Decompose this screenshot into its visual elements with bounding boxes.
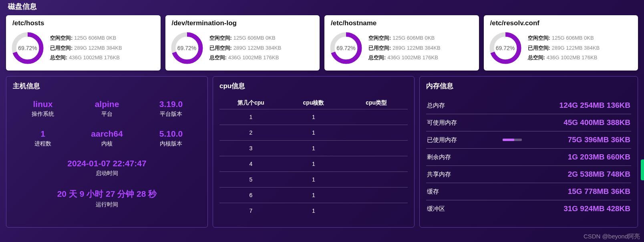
memory-key: 已使用内存 <box>427 136 457 144</box>
host-panel: 主机信息 linux 操作系统alpine 平台3.19.0 平台版本1 进程数… <box>6 76 208 228</box>
memory-value: 2G 538MB 748KB <box>568 170 630 179</box>
host-cell-kernver: 5.10.0 内核版本 <box>141 129 201 147</box>
memory-row: 缓冲区 31G 924MB 428KB <box>426 200 631 217</box>
disk-pct-label: 69.72% <box>329 31 363 65</box>
disk-title: /etc/hostname <box>329 19 474 27</box>
cpu-row[interactable]: 2 1 <box>219 125 408 140</box>
host-label: 内核版本 <box>141 140 201 147</box>
memory-panel-title: 内存信息 <box>426 81 631 91</box>
host-panel-title: 主机信息 <box>13 81 201 91</box>
disk-title: /etc/hosts <box>11 19 156 27</box>
disk-usage-donut: 69.72% <box>11 31 44 65</box>
cpu-panel-title: cpu信息 <box>219 81 408 91</box>
host-label: 运行时间 <box>13 201 201 208</box>
memory-key: 缓冲区 <box>427 205 445 213</box>
host-value: 3.19.0 <box>141 99 201 109</box>
cpu-cell-idx: 1 <box>219 114 282 120</box>
side-tab-handle[interactable] <box>641 159 644 180</box>
cpu-row[interactable]: 5 1 <box>219 171 408 187</box>
cpu-cell-idx: 6 <box>219 192 282 198</box>
cpu-col-idx: 第几个cpu <box>219 99 282 107</box>
disk-card[interactable]: /etc/hostname 69.72% 空闲空间:125G 606MB 0KB… <box>324 15 479 71</box>
cpu-cell-idx: 2 <box>219 129 282 136</box>
memory-key: 缓存 <box>427 188 439 196</box>
host-cell-platver: 3.19.0 平台版本 <box>141 99 201 118</box>
host-value: 2024-01-07 22:47:47 <box>13 159 201 168</box>
host-label: 启动时间 <box>13 170 201 177</box>
cpu-cell-idx: 4 <box>219 161 282 167</box>
disk-card[interactable]: /etc/resolv.conf 69.72% 空闲空间:125G 606MB … <box>484 15 638 71</box>
host-cell-boot: 2024-01-07 22:47:47 启动时间 <box>13 159 201 177</box>
host-value: 20 天 9 小时 27 分钟 28 秒 <box>13 188 201 200</box>
memory-row: 共享内存 2G 538MB 748KB <box>426 166 631 183</box>
disk-stats: 空闲空间:125G 606MB 0KB 已用空间:289G 122MB 384K… <box>368 33 441 63</box>
cpu-cell-type <box>345 114 408 120</box>
host-cell-procs: 1 进程数 <box>13 129 73 147</box>
cpu-cell-cores: 1 <box>282 161 345 167</box>
memory-key: 可使用内存 <box>427 119 457 127</box>
disk-card[interactable]: /dev/termination-log 69.72% 空闲空间:125G 60… <box>165 15 320 71</box>
cpu-cell-idx: 5 <box>219 176 282 183</box>
cpu-cell-cores: 1 <box>282 114 345 120</box>
disk-title: /etc/resolv.conf <box>489 19 634 27</box>
memory-row: 可使用内存 45G 400MB 388KB <box>426 114 631 131</box>
cpu-row[interactable]: 7 1 <box>219 203 408 218</box>
host-label: 平台 <box>77 111 137 118</box>
cpu-cell-idx: 7 <box>219 208 282 214</box>
memory-value: 124G 254MB 136KB <box>559 101 630 110</box>
cpu-cell-cores: 1 <box>282 145 345 151</box>
disk-title: /dev/termination-log <box>170 19 315 27</box>
cpu-cell-cores: 1 <box>282 192 345 198</box>
memory-key: 总内存 <box>427 102 445 109</box>
disk-section-title: 磁盘信息 <box>0 0 644 15</box>
disk-stats: 空闲空间:125G 606MB 0KB 已用空间:289G 122MB 384K… <box>209 33 282 63</box>
host-value: 5.10.0 <box>141 129 201 139</box>
disk-usage-donut: 69.72% <box>170 31 204 65</box>
cpu-cell-type <box>345 129 408 136</box>
cpu-cell-cores: 1 <box>282 176 345 183</box>
watermark: CSDN @beyond阿亮 <box>584 233 640 240</box>
host-label: 操作系统 <box>13 111 73 118</box>
host-label: 进程数 <box>13 140 73 147</box>
disk-stats: 空闲空间:125G 606MB 0KB 已用空间:289G 122MB 384K… <box>528 33 600 63</box>
cpu-cell-idx: 3 <box>219 145 282 151</box>
memory-key: 共享内存 <box>427 171 451 178</box>
cpu-cell-cores: 1 <box>282 208 345 214</box>
memory-row: 总内存 124G 254MB 136KB <box>426 97 631 114</box>
memory-value: 75G 396MB 36KB <box>568 135 630 144</box>
cpu-col-type: cpu类型 <box>345 99 408 107</box>
cpu-cell-type <box>345 192 408 198</box>
disk-stats: 空闲空间:125G 606MB 0KB 已用空间:289G 122MB 384K… <box>50 33 122 63</box>
disk-pct-label: 69.72% <box>11 31 44 65</box>
host-value: alpine <box>77 99 137 109</box>
disk-card[interactable]: /etc/hosts 69.72% 空闲空间:125G 606MB 0KB 已用… <box>6 15 161 71</box>
cpu-row[interactable]: 4 1 <box>219 156 408 171</box>
host-value: linux <box>13 99 73 109</box>
cpu-cell-type <box>345 145 408 151</box>
memory-value: 1G 203MB 660KB <box>568 153 630 161</box>
memory-row: 缓存 15G 778MB 36KB <box>426 183 631 200</box>
memory-row: 已使用内存 75G 396MB 36KB <box>426 131 631 149</box>
cpu-cell-type <box>345 161 408 167</box>
memory-panel: 内存信息 总内存 124G 254MB 136KB可使用内存 45G 400MB… <box>419 76 638 228</box>
disk-pct-label: 69.72% <box>170 31 204 65</box>
memory-value: 31G 924MB 428KB <box>564 204 630 213</box>
host-cell-kernel: aarch64 内核 <box>77 129 137 147</box>
host-value: 1 <box>13 129 73 139</box>
cpu-row[interactable]: 3 1 <box>219 140 408 156</box>
memory-value: 45G 400MB 388KB <box>564 118 630 127</box>
disk-cards-row: /etc/hosts 69.72% 空闲空间:125G 606MB 0KB 已用… <box>0 15 644 76</box>
cpu-table-body[interactable]: 1 1 2 1 3 1 4 1 5 1 6 <box>219 109 408 228</box>
cpu-col-cores: cpu核数 <box>282 99 345 107</box>
host-cell-os: linux 操作系统 <box>13 99 73 118</box>
cpu-cell-type <box>345 176 408 183</box>
cpu-row[interactable]: 6 1 <box>219 187 408 203</box>
cpu-panel: cpu信息 第几个cpu cpu核数 cpu类型 1 1 2 1 3 1 4 1 <box>213 76 415 228</box>
host-value: aarch64 <box>77 129 137 139</box>
cpu-table-header: 第几个cpu cpu核数 cpu类型 <box>219 97 408 109</box>
host-label: 平台版本 <box>141 111 201 118</box>
cpu-cell-cores: 1 <box>282 129 345 136</box>
host-cell-platform: alpine 平台 <box>77 99 137 118</box>
host-label: 内核 <box>77 140 137 147</box>
cpu-row[interactable]: 1 1 <box>219 109 408 125</box>
